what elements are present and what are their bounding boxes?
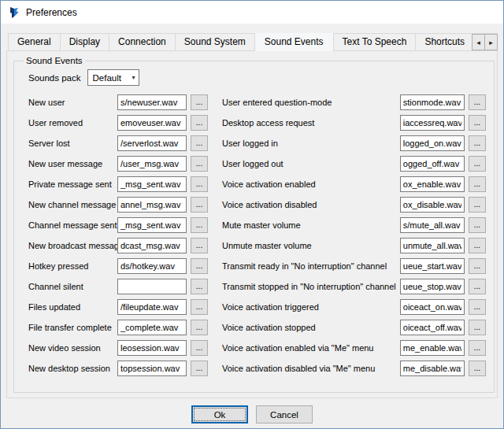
event-input[interactable] [400,115,465,131]
event-column-left: New user ... User removed ... Server los… [28,94,208,381]
event-input[interactable] [400,94,465,110]
event-row-hotkey-pressed: Hotkey pressed ... [28,258,208,274]
event-input[interactable] [117,279,187,294]
event-input[interactable] [400,258,465,274]
browse-button[interactable]: ... [469,320,486,335]
event-input[interactable] [117,94,187,110]
chevron-down-icon: ▾ [132,74,135,81]
event-input[interactable] [400,279,465,294]
tab-scroll-left-icon[interactable]: ◂ [472,34,485,50]
browse-button[interactable]: ... [191,94,208,110]
event-row-new-user-message: New user message ... [28,156,208,172]
event-row-file-transfer-complete: File transfer complete ... [28,320,208,335]
event-label: File transfer complete [28,323,113,332]
browse-button[interactable]: ... [191,361,208,376]
browse-button[interactable]: ... [191,340,208,356]
event-label: User entered question-mode [222,98,396,107]
event-input[interactable] [400,217,465,233]
cancel-button[interactable]: Cancel [256,405,313,423]
event-input[interactable] [117,217,187,233]
event-row-desktop-access-request: Desktop access request ... [222,115,486,131]
event-label: New broadcast message [28,241,113,250]
event-input[interactable] [400,238,465,253]
event-input[interactable] [400,320,465,335]
browse-button[interactable]: ... [191,238,208,253]
event-input[interactable] [117,115,187,131]
event-input[interactable] [117,258,187,274]
browse-button[interactable]: ... [191,217,208,233]
event-input[interactable] [117,340,187,356]
event-label: Transmit stopped in "No interruption" ch… [222,282,396,291]
event-row-transmit-stopped: Transmit stopped in "No interruption" ch… [222,279,486,294]
browse-button[interactable]: ... [469,258,486,274]
browse-button[interactable]: ... [191,156,208,172]
browse-button[interactable]: ... [469,156,486,172]
browse-button[interactable]: ... [469,217,486,233]
event-input[interactable] [117,197,187,213]
event-row-files-updated: Files updated ... [28,299,208,315]
browse-button[interactable]: ... [469,299,486,315]
event-row-voice-activation-disabled-me-menu: Voice activation disabled via "Me" menu … [222,361,486,376]
event-input[interactable] [117,299,187,315]
browse-button[interactable]: ... [469,340,486,356]
sounds-pack-label: Sounds pack [28,73,81,83]
browse-button[interactable]: ... [191,115,208,131]
tab-sound-system[interactable]: Sound System [175,33,255,51]
event-label: Voice activation stopped [222,323,396,332]
event-row-new-channel-message: New channel message ... [28,197,208,213]
event-input[interactable] [400,340,465,356]
event-input[interactable] [400,299,465,315]
browse-button[interactable]: ... [191,320,208,335]
event-input[interactable] [400,135,465,151]
sounds-pack-select[interactable]: Default ▾ [87,69,139,86]
browse-button[interactable]: ... [469,135,486,151]
titlebar: Preferences [1,1,503,24]
tab-general[interactable]: General [8,33,61,51]
dialog-content: General Display Connection Sound System … [1,24,503,428]
event-input[interactable] [117,238,187,253]
browse-button[interactable]: ... [469,176,486,192]
event-label: New video session [28,343,113,353]
event-label: Mute master volume [222,220,396,230]
event-input[interactable] [117,156,187,172]
browse-button[interactable]: ... [191,176,208,192]
browse-button[interactable]: ... [469,115,486,131]
event-input[interactable] [117,135,187,151]
browse-button[interactable]: ... [469,361,486,376]
tab-shortcuts[interactable]: Shortcuts [415,33,474,51]
browse-button[interactable]: ... [469,94,486,110]
event-row-new-video-session: New video session ... [28,340,208,356]
event-label: Channel message sent [28,220,113,230]
tab-sound-events[interactable]: Sound Events [254,33,334,51]
browse-button[interactable]: ... [469,279,486,294]
tab-display[interactable]: Display [60,33,109,51]
event-label: Voice activation disabled via "Me" menu [222,364,396,373]
event-label: New desktop session [28,364,113,373]
event-input[interactable] [400,156,465,172]
event-row-voice-activation-triggered: Voice activation triggered ... [222,299,486,315]
event-input[interactable] [400,176,465,192]
event-columns: New user ... User removed ... Server los… [22,94,486,381]
browse-button[interactable]: ... [469,197,486,213]
browse-button[interactable]: ... [191,279,208,294]
browse-button[interactable]: ... [191,197,208,213]
event-input[interactable] [117,361,187,376]
browse-button[interactable]: ... [191,135,208,151]
tab-scroll-right-icon[interactable]: ▸ [484,34,498,50]
window-title: Preferences [26,7,77,18]
event-label: Voice activation enabled [222,179,396,189]
browse-button[interactable]: ... [469,238,486,253]
event-input[interactable] [117,176,187,192]
event-input[interactable] [400,361,465,376]
tab-connection[interactable]: Connection [109,33,176,51]
event-input[interactable] [400,197,465,213]
event-row-transmit-ready: Transmit ready in "No interruption" chan… [222,258,486,274]
browse-button[interactable]: ... [191,258,208,274]
event-input[interactable] [117,320,187,335]
browse-button[interactable]: ... [191,299,208,315]
ok-button[interactable]: Ok [191,405,248,423]
event-row-user-logged-out: User logged out ... [222,156,486,172]
tab-text-to-speech[interactable]: Text To Speech [333,33,417,51]
sounds-pack-row: Sounds pack Default ▾ [28,69,486,86]
event-row-new-user: New user ... [28,94,208,110]
